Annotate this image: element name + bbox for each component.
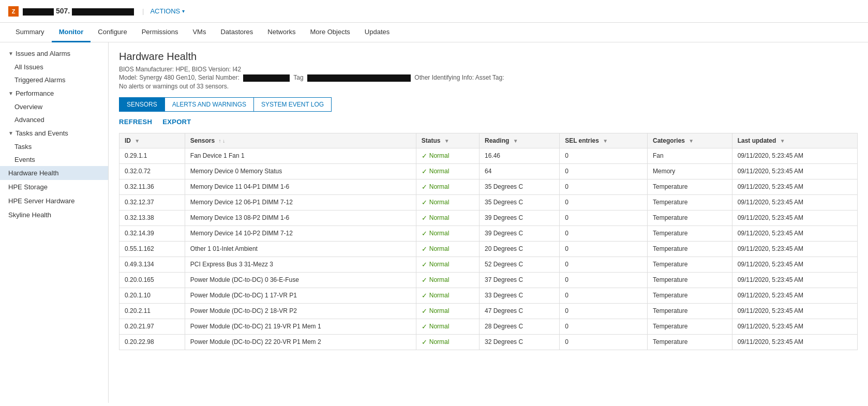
cell-sensor: Fan Device 1 Fan 1 — [185, 148, 416, 163]
cell-sel: 0 — [560, 334, 648, 350]
table-row: 0.32.11.36 Memory Device 11 04-P1 DIMM 1… — [119, 179, 858, 194]
table-row: 0.49.3.134 PCI Express Bus 3 31-Mezz 3 ✓… — [119, 257, 858, 272]
sidebar-section-tasks-events[interactable]: ▼ Tasks and Events — [0, 126, 108, 140]
check-icon: ✓ — [422, 199, 427, 206]
sidebar: ▼ Issues and Alarms All Issues Triggered… — [0, 42, 109, 403]
sidebar-item-events[interactable]: Events — [0, 153, 108, 166]
subtab-alerts-warnings[interactable]: ALERTS AND WARNINGS — [165, 97, 254, 112]
refresh-link[interactable]: REFRESH — [119, 118, 152, 126]
sort-icon: ▼ — [603, 138, 608, 144]
cell-sensor: Memory Device 13 08-P2 DIMM 1-6 — [185, 210, 416, 225]
sidebar-item-triggered-alarms[interactable]: Triggered Alarms — [0, 73, 108, 86]
cell-id: 0.20.2.11 — [119, 303, 185, 319]
cell-id: 0.20.1.10 — [119, 288, 185, 303]
check-icon: ✓ — [422, 214, 427, 222]
cell-sel: 0 — [560, 288, 648, 303]
cell-id: 0.32.0.72 — [119, 163, 185, 179]
cell-category: Temperature — [647, 288, 732, 303]
cell-category: Temperature — [647, 194, 732, 210]
cell-id: 0.20.22.98 — [119, 334, 185, 350]
cell-updated: 09/11/2020, 5:23:45 AM — [732, 194, 857, 210]
table-row: 0.32.0.72 Memory Device 0 Memory Status … — [119, 163, 858, 179]
col-sel-entries[interactable]: SEL entries ▼ — [560, 133, 648, 148]
col-last-updated[interactable]: Last updated ▼ — [732, 133, 857, 148]
sidebar-item-tasks[interactable]: Tasks — [0, 140, 108, 153]
sidebar-item-skyline-health[interactable]: Skyline Health — [0, 208, 108, 222]
sidebar-section-performance[interactable]: ▼ Performance — [0, 86, 108, 100]
cell-sensor: Other 1 01-Inlet Ambient — [185, 241, 416, 257]
tab-permissions[interactable]: Permissions — [134, 23, 186, 42]
check-icon: ✓ — [422, 183, 427, 191]
sidebar-item-hpe-server-hardware[interactable]: HPE Server Hardware — [0, 194, 108, 208]
actions-button[interactable]: ACTIONS ▾ — [150, 7, 185, 15]
nav-tabs: Summary Monitor Configure Permissions VM… — [0, 23, 868, 42]
cell-status: ✓ Normal — [416, 257, 479, 272]
cell-updated: 09/11/2020, 5:23:45 AM — [732, 303, 857, 319]
cell-sensor: Memory Device 11 04-P1 DIMM 1-6 — [185, 179, 416, 194]
sensors-table: ID ▼ Sensors ↑ ↓ Status ▼ Reading ▼ SEL … — [119, 133, 858, 350]
cell-status: ✓ Normal — [416, 272, 479, 288]
cell-category: Temperature — [647, 272, 732, 288]
col-sensors[interactable]: Sensors ↑ ↓ — [185, 133, 416, 148]
subtab-system-event-log[interactable]: SYSTEM EVENT LOG — [254, 97, 332, 112]
cell-updated: 09/11/2020, 5:23:45 AM — [732, 288, 857, 303]
cell-updated: 09/11/2020, 5:23:45 AM — [732, 148, 857, 163]
sort-icon: ▼ — [780, 138, 785, 144]
check-icon: ✓ — [422, 276, 427, 284]
chevron-down-icon: ▾ — [182, 8, 185, 14]
cell-status: ✓ Normal — [416, 241, 479, 257]
check-icon: ✓ — [422, 338, 427, 346]
divider: | — [142, 7, 144, 15]
col-status[interactable]: Status ▼ — [416, 133, 479, 148]
cell-category: Temperature — [647, 210, 732, 225]
tab-monitor[interactable]: Monitor — [52, 23, 91, 42]
cell-reading: 39 Degrees C — [480, 210, 560, 225]
tab-configure[interactable]: Configure — [91, 23, 134, 42]
cell-category: Temperature — [647, 319, 732, 334]
col-id[interactable]: ID ▼ — [119, 133, 185, 148]
table-row: 0.55.1.162 Other 1 01-Inlet Ambient ✓ No… — [119, 241, 858, 257]
cell-category: Temperature — [647, 303, 732, 319]
sidebar-item-advanced[interactable]: Advanced — [0, 113, 108, 126]
check-icon: ✓ — [422, 323, 427, 330]
cell-category: Temperature — [647, 225, 732, 241]
table-row: 0.20.22.98 Power Module (DC-to-DC) 22 20… — [119, 334, 858, 350]
cell-reading: 16.46 — [480, 148, 560, 163]
cell-category: Temperature — [647, 334, 732, 350]
sub-tabs: SENSORS ALERTS AND WARNINGS SYSTEM EVENT… — [119, 97, 858, 112]
cell-reading: 33 Degrees C — [480, 288, 560, 303]
tab-updates[interactable]: Updates — [357, 23, 397, 42]
tab-summary[interactable]: Summary — [8, 23, 52, 42]
tab-vms[interactable]: VMs — [185, 23, 213, 42]
check-icon: ✓ — [422, 230, 427, 237]
cell-id: 0.32.12.37 — [119, 194, 185, 210]
tab-datastores[interactable]: Datastores — [213, 23, 260, 42]
cell-sensor: Power Module (DC-to-DC) 0 36-E-Fuse — [185, 272, 416, 288]
subtab-sensors[interactable]: SENSORS — [119, 97, 165, 112]
sidebar-item-hardware-health[interactable]: Hardware Health — [0, 166, 108, 180]
sidebar-item-all-issues[interactable]: All Issues — [0, 61, 108, 73]
collapse-icon: ▼ — [8, 91, 13, 96]
sort-icon: ▼ — [513, 138, 518, 144]
col-categories[interactable]: Categories ▼ — [647, 133, 732, 148]
app-logo: Z — [8, 6, 19, 17]
cell-sel: 0 — [560, 163, 648, 179]
sidebar-item-hpe-storage[interactable]: HPE Storage — [0, 180, 108, 194]
check-icon: ✓ — [422, 307, 427, 315]
col-reading[interactable]: Reading ▼ — [480, 133, 560, 148]
cell-sel: 0 — [560, 210, 648, 225]
cell-status: ✓ Normal — [416, 179, 479, 194]
export-link[interactable]: EXPORT — [162, 118, 191, 126]
cell-id: 0.20.0.165 — [119, 272, 185, 288]
tab-networks[interactable]: Networks — [260, 23, 303, 42]
cell-sensor: Power Module (DC-to-DC) 2 18-VR P2 — [185, 303, 416, 319]
tab-more-objects[interactable]: More Objects — [303, 23, 357, 42]
top-bar: Z 507. | ACTIONS ▾ — [0, 0, 868, 23]
table-row: 0.32.14.39 Memory Device 14 10-P2 DIMM 7… — [119, 225, 858, 241]
check-icon: ✓ — [422, 261, 427, 268]
sidebar-section-issues-alarms[interactable]: ▼ Issues and Alarms — [0, 47, 108, 61]
sort-icon: ▼ — [444, 138, 450, 144]
sidebar-item-overview[interactable]: Overview — [0, 100, 108, 113]
cell-status: ✓ Normal — [416, 194, 479, 210]
cell-updated: 09/11/2020, 5:23:45 AM — [732, 334, 857, 350]
